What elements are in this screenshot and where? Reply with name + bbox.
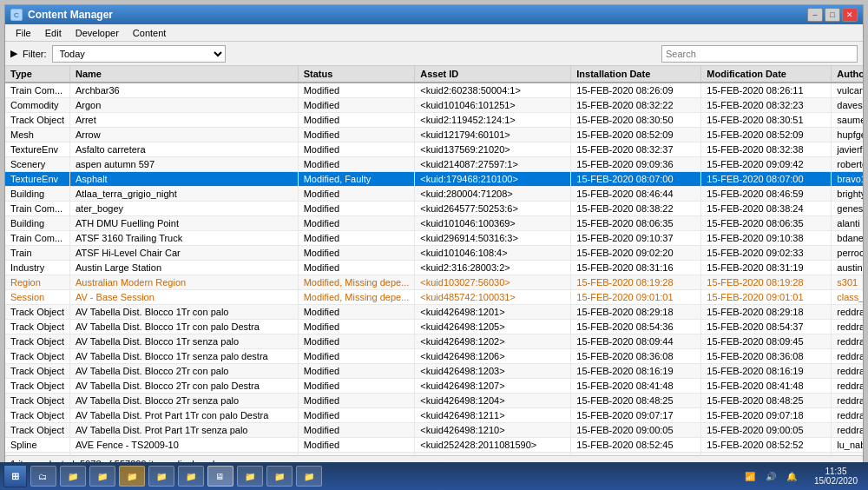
cell-2: Modified bbox=[298, 305, 415, 320]
cell-1: AV Tabella Dist. Blocco 1Tr con palo Des… bbox=[69, 320, 298, 334]
title-bar-left: C Content Manager bbox=[10, 9, 113, 21]
table-container[interactable]: Type Name Status Asset ID Installation D… bbox=[5, 66, 863, 455]
cell-6: saumerem bbox=[832, 113, 863, 128]
cell-2: Modified, Missing depe... bbox=[298, 275, 415, 290]
cell-4: 15-FEB-2020 08:26:09 bbox=[571, 83, 701, 98]
col-author[interactable]: Author Username bbox=[832, 66, 863, 83]
cell-6: alanti bbox=[832, 216, 863, 231]
cell-1: AV - Base Session bbox=[69, 290, 298, 305]
minimize-button[interactable]: – bbox=[807, 8, 823, 22]
col-type[interactable]: Type bbox=[5, 66, 69, 83]
menu-developer[interactable]: Developer bbox=[69, 26, 126, 40]
cell-5: 15-FEB-2020 08:46:59 bbox=[701, 187, 832, 202]
table-row[interactable]: Track ObjectAV Tabella Dist. Blocco 2Tr … bbox=[5, 394, 863, 408]
taskbar-app-9[interactable]: 📁 bbox=[296, 466, 322, 487]
cell-6: bdaneal bbox=[832, 231, 863, 246]
close-button[interactable]: ✕ bbox=[842, 8, 858, 22]
table-row[interactable]: BuildingATH DMU Fuelling PointModified<k… bbox=[5, 216, 863, 231]
volume-icon[interactable]: 🔊 bbox=[762, 467, 779, 485]
cell-4: 15-FEB-2020 08:54:36 bbox=[571, 320, 701, 334]
cell-0: Train Com... bbox=[5, 83, 69, 98]
menu-content[interactable]: Content bbox=[126, 26, 174, 40]
table-row[interactable]: Track ObjectAV Tabella Dist. Blocco 1Tr … bbox=[5, 334, 863, 349]
menu-edit[interactable]: Edit bbox=[38, 26, 69, 40]
table-row[interactable]: SessionAV - Base SessionModified, Missin… bbox=[5, 290, 863, 305]
cell-2: Modified bbox=[298, 142, 415, 157]
table-row[interactable]: TextureEnvAsphaltModified, Faulty<kuid:1… bbox=[5, 172, 863, 187]
taskbar-app-1[interactable]: 🗂 bbox=[30, 466, 56, 487]
start-button[interactable]: ⊞ bbox=[3, 465, 27, 487]
table-row[interactable]: IndustryAustin Large StationModified<kui… bbox=[5, 261, 863, 275]
table-row[interactable]: Train Com...Archbar36Modified<kuid2:6023… bbox=[5, 83, 863, 98]
cell-4: 15-FEB-2020 09:07:17 bbox=[571, 408, 701, 423]
taskbar-icon-3: 📁 bbox=[97, 472, 108, 481]
cell-6: hupfgeign bbox=[832, 128, 863, 142]
cell-6: reddragon65 bbox=[832, 349, 863, 364]
table-row[interactable]: Track ObjectAV Tabella Dist. Blocco 2Tr … bbox=[5, 364, 863, 379]
taskbar-app-5[interactable]: 📁 bbox=[148, 466, 174, 487]
cell-4: 15-FEB-2020 08:52:45 bbox=[571, 438, 701, 453]
table-row[interactable]: BuildingAtlaa_terra_grigio_nightModified… bbox=[5, 187, 863, 202]
title-bar: C Content Manager – □ ✕ bbox=[5, 5, 863, 24]
cell-0: Track Object bbox=[5, 113, 69, 128]
cell-3: <kuid2:119452:124:1> bbox=[415, 113, 571, 128]
cell-0: Train bbox=[5, 246, 69, 261]
cell-2: Modified, Faulty bbox=[298, 172, 415, 187]
taskbar-app-4[interactable]: 📁 bbox=[119, 466, 145, 487]
taskbar-icon-7: 📁 bbox=[245, 472, 255, 481]
cell-6: reddragon65 bbox=[832, 379, 863, 394]
table-row[interactable]: RegionAustralian Modern RegionModified, … bbox=[5, 275, 863, 290]
cell-2: Modified bbox=[298, 202, 415, 216]
cell-1: AV Tabella Dist. Blocco 2Tr con palo Des… bbox=[69, 379, 298, 394]
table-row[interactable]: CommodityArgonModified<kuid101046:101251… bbox=[5, 98, 863, 113]
taskbar-app-6[interactable]: 📁 bbox=[178, 466, 204, 487]
cell-2: Modified bbox=[298, 423, 415, 438]
col-mod-date[interactable]: Modification Date bbox=[701, 66, 832, 83]
taskbar-app-7[interactable]: 📁 bbox=[237, 466, 263, 487]
table-row[interactable]: Track ObjectAV Tabella Dist. Prot Part 1… bbox=[5, 423, 863, 438]
notification-icon[interactable]: 🔔 bbox=[783, 467, 800, 485]
table-row[interactable]: Train Com...ATSF 3160 Trailing TruckModi… bbox=[5, 231, 863, 246]
cell-5: 15-FEB-2020 08:38:24 bbox=[701, 202, 832, 216]
table-row[interactable]: Track ObjectAV Tabella Dist. Blocco 1Tr … bbox=[5, 320, 863, 334]
cell-4: 15-FEB-2020 08:06:35 bbox=[571, 216, 701, 231]
table-row[interactable]: TextureEnvAsfalto carreteraModified<kuid… bbox=[5, 142, 863, 157]
table-row[interactable]: Track ObjectArretModified<kuid2:119452:1… bbox=[5, 113, 863, 128]
cell-3: <kuid296914:50316:3> bbox=[415, 231, 571, 246]
table-row[interactable]: Train Com...ater_bogeyModified<kuid26457… bbox=[5, 202, 863, 216]
network-icon[interactable]: 📶 bbox=[741, 467, 759, 485]
cell-0: Scenery bbox=[5, 157, 69, 172]
table-row[interactable]: MeshArrowModified<kuid121794:60101>15-FE… bbox=[5, 128, 863, 142]
col-install-date[interactable]: Installation Date bbox=[571, 66, 701, 83]
taskbar-app-3[interactable]: 📁 bbox=[89, 466, 115, 487]
cell-3: <kuid101046:108:4> bbox=[415, 246, 571, 261]
taskbar-app-2[interactable]: 📁 bbox=[60, 466, 86, 487]
table-row[interactable]: Track ObjectAV Tabella Dist. Blocco 1Tr … bbox=[5, 349, 863, 364]
table-row[interactable]: Track ObjectAV Tabella Dist. Blocco 1Tr … bbox=[5, 305, 863, 320]
cell-4: 15-FEB-2020 09:10:37 bbox=[571, 231, 701, 246]
filter-dropdown[interactable]: Today All Last Week Last Month bbox=[52, 45, 226, 63]
cell-0: Building bbox=[5, 187, 69, 202]
col-asset-id[interactable]: Asset ID bbox=[415, 66, 571, 83]
menu-file[interactable]: File bbox=[9, 26, 38, 40]
table-row[interactable]: Track ObjectAV Tabella Dist. Prot Part 1… bbox=[5, 408, 863, 423]
table-row[interactable]: Track ObjectAV Tabella Dist. Blocco 2Tr … bbox=[5, 379, 863, 394]
table-row[interactable]: SplineAVE Fence - TS2009-10Modified<kuid… bbox=[5, 438, 863, 453]
table-row[interactable]: TrainATSF Hi-Level Chair CarModified<kui… bbox=[5, 246, 863, 261]
col-name[interactable]: Name bbox=[69, 66, 298, 83]
col-status[interactable]: Status bbox=[298, 66, 415, 83]
search-input[interactable] bbox=[661, 45, 858, 63]
cell-3: <kuid426498:1203> bbox=[415, 364, 571, 379]
taskbar-app-8[interactable]: 📁 bbox=[266, 466, 293, 487]
cell-3: <kuid:179468:210100> bbox=[415, 172, 571, 187]
cell-1: AV Tabella Dist. Blocco 1Tr senza palo bbox=[69, 334, 298, 349]
maximize-button[interactable]: □ bbox=[825, 8, 840, 22]
cell-6: reddragon65 bbox=[832, 320, 863, 334]
cell-1: Atlaa_terra_grigio_night bbox=[69, 187, 298, 202]
taskbar-content-manager[interactable]: 🖥 bbox=[207, 466, 233, 487]
cell-0: Building bbox=[5, 216, 69, 231]
cell-3: <kuid426498:1211> bbox=[415, 408, 571, 423]
cell-1: AV Tabella Dist. Prot Part 1Tr con palo … bbox=[69, 408, 298, 423]
table-row[interactable]: Sceneryaspen autumn 597Modified<kuid2140… bbox=[5, 157, 863, 172]
cell-1: ATSF Hi-Level Chair Car bbox=[69, 246, 298, 261]
